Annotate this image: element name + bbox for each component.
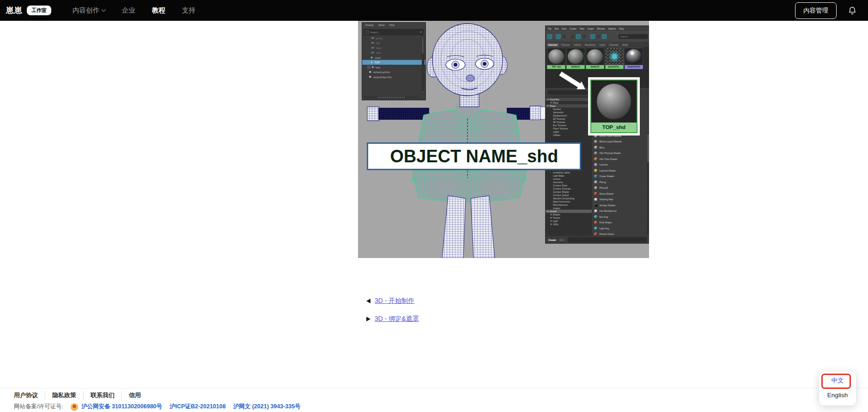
create-category-label: Contour Store	[553, 184, 567, 187]
create-category-label: Sample Compositing	[553, 197, 574, 200]
notification-bell-icon[interactable]	[848, 6, 857, 15]
create-category-label: Volumetric	[553, 111, 564, 114]
material-type-icon	[595, 180, 598, 184]
nav-item-label: 企业	[122, 6, 135, 15]
create-category: Contour Shader	[546, 191, 592, 194]
object-name-banner: OBJECT NAME_shd	[367, 142, 581, 170]
material-type-icon	[595, 157, 598, 160]
footer-link[interactable]: 隐私政策	[45, 391, 76, 400]
caret-icon	[551, 118, 552, 120]
material-type-label: Layered Shader	[600, 169, 616, 172]
material-type-icon	[595, 140, 598, 143]
create-category-label: Env Textures	[553, 124, 566, 127]
material-list-scrollbar	[647, 134, 649, 234]
nav-item[interactable]: 教程	[152, 6, 165, 15]
material-type-item: Env Fog	[592, 214, 649, 220]
hypershade-tab: Materials	[546, 43, 559, 47]
create-category: Surface	[546, 108, 592, 111]
culture-license-link[interactable]: 沪网文 (2021) 3943-335号	[233, 403, 301, 411]
logo[interactable]: 崽崽 工作室	[6, 5, 51, 16]
material-type-item: Ramp Shader	[592, 191, 649, 197]
create-category: Maya	[546, 105, 592, 108]
police-license-link[interactable]: 沪公网安备 31011302006980号	[81, 403, 162, 411]
footer-link[interactable]: 信用	[121, 391, 141, 400]
material-type-label: Light Fog	[600, 227, 609, 230]
create-category: Legacy	[546, 207, 592, 210]
language-option[interactable]: 中文	[819, 376, 856, 385]
material-type-icon	[595, 203, 598, 207]
outliner-item-label: top	[376, 42, 380, 44]
hypershade-tab: Rendering	[583, 43, 597, 47]
featured-material-swatch: TOP_shd	[588, 77, 640, 135]
nav-item[interactable]: 内容创作	[73, 6, 105, 15]
create-category: Displacement	[546, 114, 592, 117]
node-type-icon	[372, 66, 374, 69]
dropdown-arrow-icon	[420, 31, 422, 33]
material-swatch-preview	[606, 48, 624, 65]
material-swatch-label: shaderGlow1	[625, 65, 643, 69]
node-type-icon	[371, 37, 375, 39]
icp-license-link[interactable]: 沪ICP证B2-20210108	[170, 403, 226, 411]
caret-icon	[551, 175, 552, 177]
material-type-label: Bifrost Liquid Material	[600, 140, 622, 143]
material-type-label: Phong	[600, 181, 606, 184]
caret-icon	[551, 109, 552, 110]
maya-tutorial-screenshot: DisplayShowHelp Search... persp	[358, 21, 649, 258]
create-category-label: Geometry	[553, 181, 563, 184]
caret-icon	[551, 188, 552, 190]
caret-icon	[551, 185, 552, 186]
hypershade-tab: Shad	[620, 43, 629, 47]
hypershade-menu-item: Window	[597, 28, 605, 31]
nav-item[interactable]: 企业	[122, 6, 135, 15]
next-tutorial-link[interactable]: 3D - 绑定&遮罩	[375, 315, 419, 323]
hypershade-tab: Utilities	[572, 43, 583, 47]
prev-tutorial-link[interactable]: 3D - 开始制作	[375, 297, 414, 305]
caret-icon	[551, 172, 552, 173]
create-category-label: Favorites	[550, 98, 559, 101]
language-option[interactable]: English	[819, 392, 856, 399]
material-type-label: Surface Shader	[600, 204, 616, 207]
toolbar-icon	[562, 34, 566, 39]
create-category: Maya	[546, 101, 592, 105]
caret-icon	[551, 125, 552, 126]
create-category-label: 2D Textures	[553, 117, 565, 120]
caret-icon	[551, 201, 552, 203]
material-type-icon	[595, 227, 598, 230]
material-type-item: Shading Map	[592, 197, 649, 203]
header-right: 内容管理	[795, 2, 857, 19]
content-manage-button[interactable]: 内容管理	[795, 2, 837, 19]
material-type-icon	[595, 152, 598, 155]
hypershade-menu-item: Help	[619, 28, 624, 31]
language-selector: 中文 English	[819, 371, 856, 406]
create-category-label: Light Maps	[553, 174, 564, 177]
material-swatch-preview	[567, 48, 585, 65]
create-category: Favorites	[546, 98, 592, 101]
create-name-field	[568, 238, 647, 242]
create-bins-tabbar: Create Bins	[546, 236, 649, 244]
create-category-label: Maya	[553, 101, 558, 104]
hypershade-menu-item: Edit	[555, 28, 559, 31]
material-swatch: lambert2	[586, 48, 604, 69]
material-swatch-preview	[625, 48, 643, 65]
toolbar-icon	[547, 34, 552, 39]
material-swatch: TOP_shd	[547, 48, 565, 69]
outliner-item-label: defaultLightSet	[373, 71, 390, 74]
caret-icon	[551, 217, 552, 219]
material-swatch-label: lambert1	[567, 65, 585, 69]
footer-link[interactable]: 联系我们	[83, 391, 115, 400]
page-footer: 用户协议隐私政策联系我们信用 网站备案/许可证号: 沪公网安备 31011302…	[0, 388, 868, 412]
create-category: Contour Store	[546, 184, 592, 187]
footer-link[interactable]: 用户协议	[14, 391, 38, 400]
material-type-icon	[595, 198, 598, 201]
nav-item[interactable]: 支持	[182, 6, 195, 15]
create-category: Env Textures	[546, 124, 592, 127]
create-category: Geometry	[546, 181, 592, 184]
material-type-icon	[595, 175, 598, 178]
hypershade-tab: Cameras	[607, 43, 620, 47]
create-category: mentalray Lights	[546, 171, 592, 174]
annotation-arrow	[557, 71, 589, 92]
create-category: Sample Compositing	[546, 197, 592, 200]
material-type-item: Phong	[592, 179, 649, 185]
outliner-vertical-scrollbar	[422, 36, 425, 93]
outliner-horizontal-scrollbar	[364, 97, 419, 99]
